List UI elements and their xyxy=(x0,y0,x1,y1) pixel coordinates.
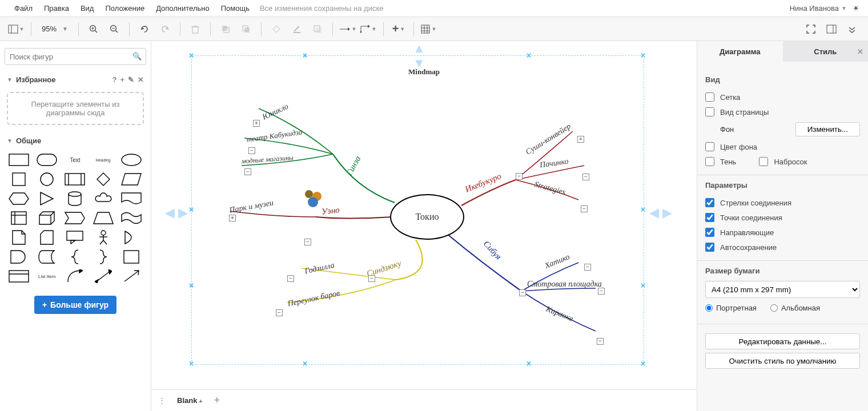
shape-actor[interactable] xyxy=(91,229,115,245)
to-back-button[interactable] xyxy=(237,20,255,38)
insert-button[interactable]: +▼ xyxy=(389,20,408,38)
shape-document[interactable] xyxy=(119,191,143,207)
expand-icon[interactable]: + xyxy=(577,136,584,143)
clear-style-button[interactable]: Очистить стиль по умолчанию xyxy=(705,353,860,369)
menu-arrange[interactable]: Положение xyxy=(99,2,150,15)
general-section[interactable]: ▼ Общие xyxy=(5,133,146,148)
collapse-icon[interactable]: − xyxy=(584,264,591,271)
shape-diamond[interactable] xyxy=(91,171,115,187)
shape-arrow[interactable] xyxy=(119,268,143,284)
add-page-button[interactable]: + xyxy=(214,394,220,406)
shape-tape[interactable] xyxy=(119,210,143,226)
shape-container[interactable] xyxy=(119,249,143,265)
shape-parallelogram[interactable] xyxy=(119,171,143,187)
collapse-icon[interactable]: − xyxy=(276,309,283,316)
theme-icon[interactable]: ☀ xyxy=(853,4,859,13)
waypoint-style-button[interactable]: ▼ xyxy=(359,20,377,38)
shape-ellipse[interactable] xyxy=(119,152,143,168)
shape-curve[interactable] xyxy=(63,268,87,284)
pageview-checkbox-row[interactable]: Вид страницы xyxy=(705,104,860,119)
format-panel-button[interactable] xyxy=(822,20,841,38)
zoom-in-button[interactable] xyxy=(85,20,103,38)
shape-text[interactable]: Text xyxy=(63,152,87,168)
shape-step[interactable] xyxy=(63,210,87,226)
expand-icon[interactable]: + xyxy=(229,215,236,221)
shape-bidir-arrow[interactable] xyxy=(91,268,115,284)
collapse-icon[interactable]: − xyxy=(368,275,375,282)
autosave-row[interactable]: Автосохранение xyxy=(705,240,860,255)
shape-cylinder[interactable] xyxy=(63,191,87,207)
more-shapes-button[interactable]: +Больше фигур xyxy=(34,296,116,314)
zoom-out-button[interactable] xyxy=(105,20,123,38)
shape-triangle[interactable] xyxy=(35,191,59,207)
favorites-dropzone[interactable]: Перетащите элементы из диаграммы сюда xyxy=(7,92,144,125)
autosave-checkbox[interactable] xyxy=(705,243,714,252)
sketch-checkbox[interactable] xyxy=(759,157,768,166)
shape-square[interactable] xyxy=(7,171,31,187)
expand-icon[interactable]: + xyxy=(253,120,260,127)
grid-checkbox-row[interactable]: Сетка xyxy=(705,90,860,104)
tab-diagram[interactable]: Диаграмма xyxy=(697,41,783,62)
zoom-dropdown[interactable]: 95%▼ xyxy=(37,25,73,33)
collapse-icon[interactable]: − xyxy=(581,206,588,212)
conn-arrows-checkbox[interactable] xyxy=(705,198,714,207)
shape-cloud[interactable] xyxy=(91,191,115,207)
edit-data-button[interactable]: Редактировать данные... xyxy=(705,333,860,349)
shape-heading[interactable]: Heading xyxy=(91,152,115,168)
help-icon[interactable]: ? xyxy=(112,75,116,84)
shape-circle[interactable] xyxy=(35,171,59,187)
collapse-icon[interactable]: − xyxy=(516,173,523,180)
conn-points-checkbox[interactable] xyxy=(705,213,714,222)
branch-observatory[interactable]: Смотровая площадка xyxy=(527,280,602,289)
shape-rounded-rectangle[interactable] xyxy=(35,152,59,168)
shape-curly-left[interactable] xyxy=(63,249,87,265)
grid-checkbox[interactable] xyxy=(705,92,714,102)
collapse-icon[interactable]: − xyxy=(304,239,311,245)
shape-process[interactable] xyxy=(63,171,87,187)
undo-button[interactable] xyxy=(135,20,154,38)
menu-help[interactable]: Помощь xyxy=(215,2,255,15)
shape-hexagon[interactable] xyxy=(7,191,31,207)
collapse-icon[interactable]: − xyxy=(287,275,294,282)
shadow-checkbox-row[interactable]: Тень xyxy=(705,154,736,169)
bgcolor-checkbox[interactable] xyxy=(705,142,714,151)
shadow-checkbox[interactable] xyxy=(705,157,714,166)
mindmap-center[interactable]: Токио xyxy=(390,194,464,240)
shape-card[interactable] xyxy=(35,229,59,245)
shape-note[interactable] xyxy=(7,229,31,245)
redo-button[interactable] xyxy=(156,20,174,38)
page-tab[interactable]: Blank▴ xyxy=(171,394,208,407)
collapse-button[interactable] xyxy=(843,20,861,38)
shape-cube[interactable] xyxy=(35,210,59,226)
shape-internal-storage[interactable] xyxy=(7,210,31,226)
shadow-button[interactable] xyxy=(308,20,327,38)
menu-file[interactable]: Файл xyxy=(9,2,38,15)
pageview-checkbox[interactable] xyxy=(705,107,714,116)
collapse-icon[interactable]: − xyxy=(248,147,255,154)
line-color-button[interactable] xyxy=(288,20,306,38)
user-menu[interactable]: Нина Иванова ▼ xyxy=(790,4,847,13)
shape-trapezoid[interactable] xyxy=(91,210,115,226)
add-icon[interactable]: + xyxy=(120,75,124,84)
conn-points-row[interactable]: Точки соединения xyxy=(705,210,860,225)
menu-view[interactable]: Вид xyxy=(75,2,100,15)
collapse-icon[interactable]: − xyxy=(598,288,605,295)
connection-style-button[interactable]: ▼ xyxy=(339,20,357,38)
shape-callout[interactable] xyxy=(63,229,87,245)
tabs-menu-icon[interactable]: ⋮ xyxy=(158,396,166,405)
shape-rectangle[interactable] xyxy=(7,152,31,168)
shape-curly-right[interactable] xyxy=(91,249,115,265)
edit-icon[interactable]: ✎ xyxy=(128,75,134,84)
collapse-icon[interactable]: − xyxy=(582,174,589,180)
paper-size-select[interactable]: A4 (210 mm x 297 mm) xyxy=(705,281,860,298)
tab-style[interactable]: Стиль ✕ xyxy=(783,41,869,62)
landscape-radio-row[interactable]: Альбомная xyxy=(770,304,820,312)
search-input[interactable] xyxy=(5,48,146,65)
portrait-radio[interactable] xyxy=(705,304,713,312)
canvas[interactable]: × × × × × × × × × × × × ▲▼ ◀ ▶ ◀ ▶ Mindm… xyxy=(151,41,697,411)
collapse-icon[interactable]: − xyxy=(244,168,251,175)
menu-edit[interactable]: Правка xyxy=(38,2,75,15)
shape-and[interactable] xyxy=(7,249,31,265)
close-icon[interactable]: ✕ xyxy=(857,47,863,56)
delete-button[interactable] xyxy=(186,20,204,38)
